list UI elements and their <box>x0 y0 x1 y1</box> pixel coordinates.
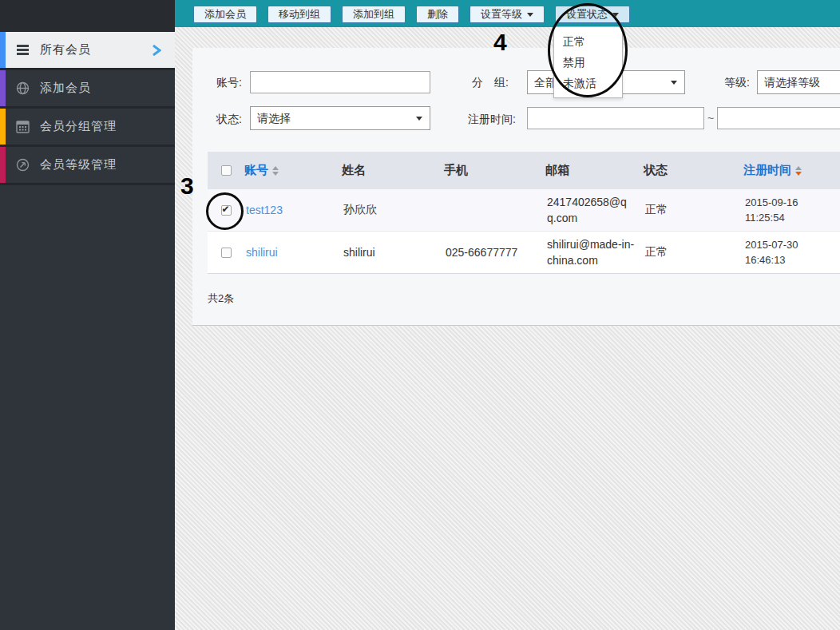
calendar-icon <box>16 120 30 133</box>
column-header-status: 状态 <box>644 163 743 178</box>
sidebar-item-label: 会员等级管理 <box>40 157 117 172</box>
regtime-from-input[interactable] <box>527 107 704 129</box>
name-cell: 孙欣欣 <box>342 203 444 217</box>
level-label: 等级: <box>724 70 750 94</box>
set-status-dropdown-menu: 正常 禁用 未激活 <box>553 26 623 98</box>
regtime-to-input[interactable] <box>717 107 840 129</box>
row-checkbox[interactable] <box>221 248 232 258</box>
move-to-group-button[interactable]: 移动到组 <box>267 6 331 23</box>
member-table: 账号 姓名 手机 邮箱 状态 注册时间 test123 孙欣欣 24174026… <box>208 152 840 274</box>
sidebar-item-all-members[interactable]: 所有会员 <box>0 32 175 70</box>
edge-bar-amber <box>0 109 6 145</box>
range-separator: ~ <box>707 112 714 125</box>
level-select-value: 请选择等级 <box>764 76 820 89</box>
account-link[interactable]: shilirui <box>246 246 278 259</box>
globe-icon <box>16 81 30 95</box>
sidebar: 所有会员 添加会员 会员分组管理 会员等级管理 <box>0 0 175 630</box>
table-header-row: 账号 姓名 手机 邮箱 状态 注册时间 <box>208 152 840 189</box>
sort-icon <box>272 166 279 176</box>
add-member-button[interactable]: 添加会员 <box>193 6 257 23</box>
button-label: 设置等级 <box>481 7 522 22</box>
name-cell: shilirui <box>342 246 444 259</box>
toolbar: 添加会员 移动到组 添加到组 删除 设置等级 设置状态 <box>175 0 840 27</box>
header-label: 账号 <box>244 163 268 178</box>
caret-down-icon <box>612 13 619 17</box>
column-header-email: 邮箱 <box>545 163 644 178</box>
email-cell: shilirui@made-in-china.com <box>545 236 644 269</box>
status-cell: 正常 <box>644 245 743 260</box>
row-checkbox-checked[interactable] <box>221 205 232 216</box>
column-header-phone: 手机 <box>444 163 545 178</box>
sidebar-item-label: 添加会员 <box>40 81 91 96</box>
select-arrow-icon <box>671 81 677 85</box>
button-label: 设置状态 <box>566 7 608 22</box>
email-cell: 2417402658@qq.com <box>545 194 644 227</box>
regtime-cell: 2015-09-16 11:25:54 <box>745 195 818 226</box>
group-label: 分 组: <box>472 70 509 94</box>
edge-bar-purple <box>0 70 6 106</box>
sidebar-header <box>0 0 175 32</box>
status-label: 状态: <box>216 107 242 131</box>
account-input[interactable] <box>250 71 430 93</box>
account-label: 账号: <box>216 70 242 94</box>
column-header-account[interactable]: 账号 <box>244 163 342 178</box>
sort-icon-active-desc <box>795 166 802 176</box>
button-label: 删除 <box>427 7 448 22</box>
phone-cell: 025-66677777 <box>444 246 545 259</box>
delete-button[interactable]: 删除 <box>416 6 459 23</box>
button-label: 添加到组 <box>353 7 394 22</box>
regtime-cell: 2015-07-30 16:46:13 <box>745 237 818 268</box>
total-count: 共2条 <box>208 291 234 306</box>
set-status-button[interactable]: 设置状态 <box>555 6 630 23</box>
menu-item-normal[interactable]: 正常 <box>554 31 622 52</box>
annotation-step-3: 3 <box>180 172 194 200</box>
status-select[interactable]: 请选择 <box>250 106 430 130</box>
annotation-step-4: 4 <box>493 29 507 56</box>
sidebar-item-label: 所有会员 <box>40 42 91 57</box>
status-cell: 正常 <box>644 203 743 217</box>
sidebar-item-label: 会员分组管理 <box>40 119 117 134</box>
edge-bar-blue <box>0 32 6 68</box>
sidebar-item-add-member[interactable]: 添加会员 <box>0 70 175 109</box>
level-icon <box>16 158 30 172</box>
menu-item-inactive[interactable]: 未激活 <box>554 73 622 93</box>
account-link[interactable]: test123 <box>246 204 283 216</box>
sidebar-item-group-management[interactable]: 会员分组管理 <box>0 109 175 147</box>
button-label: 添加会员 <box>204 7 246 22</box>
status-select-value: 请选择 <box>257 112 291 125</box>
regtime-label: 注册时间: <box>468 107 516 131</box>
level-select[interactable]: 请选择等级 <box>757 70 840 94</box>
set-level-button[interactable]: 设置等级 <box>470 6 545 23</box>
column-header-name: 姓名 <box>342 163 444 178</box>
select-all-checkbox[interactable] <box>221 165 232 176</box>
add-to-group-button[interactable]: 添加到组 <box>342 6 406 23</box>
edge-bar-crimson <box>0 147 6 183</box>
sidebar-item-level-management[interactable]: 会员等级管理 <box>0 147 175 185</box>
chevron-right-icon <box>152 45 161 56</box>
table-row: shilirui shilirui 025-66677777 shilirui@… <box>208 232 840 274</box>
menu-icon <box>16 43 30 57</box>
member-list-panel: 账号: 分 组: 全部 等级: 请选择等级 状态: 请选择 注册时间: ~ 账号… <box>192 48 840 326</box>
select-arrow-icon <box>416 117 422 121</box>
caret-down-icon <box>527 13 533 17</box>
table-row: test123 孙欣欣 2417402658@qq.com 正常 2015-09… <box>208 189 840 232</box>
header-label: 注册时间 <box>743 163 791 178</box>
button-label: 移动到组 <box>279 7 320 22</box>
column-header-regtime[interactable]: 注册时间 <box>743 163 840 178</box>
menu-item-disabled[interactable]: 禁用 <box>554 52 622 73</box>
